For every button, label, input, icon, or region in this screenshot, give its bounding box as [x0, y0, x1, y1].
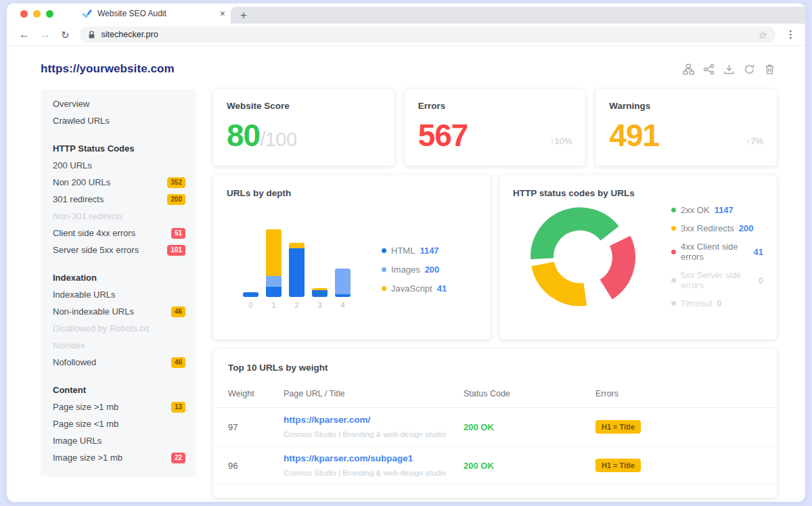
- sidebar-item-image-size-gt1mb[interactable]: Image size >1 mb22: [53, 449, 185, 466]
- sidebar-item-label: Nofollowed: [53, 357, 96, 367]
- sidebar-item-label: Indexable URLs: [53, 290, 116, 300]
- table-title: Top 10 URLs by weight: [213, 363, 777, 373]
- count-badge: 101: [167, 245, 185, 256]
- http-status-codes-card: HTTP status codes by URLs 2xx OK 1147: [499, 175, 777, 340]
- download-icon[interactable]: [723, 64, 735, 75]
- legend-label: 4xx Client side errors: [681, 242, 749, 262]
- sidebar-item-label: Page size <1 mb: [53, 419, 118, 429]
- weight-cell: 96: [228, 461, 284, 471]
- errors-value: 567: [418, 121, 468, 151]
- sidebar-item-label: Client side 4xx errors: [53, 228, 135, 238]
- legend-label: HTML: [391, 246, 415, 256]
- new-tab-button[interactable]: +: [240, 9, 247, 21]
- bar-x-label: 2: [294, 301, 298, 309]
- legend-item-5xx: 5xx Server side errors 0: [671, 270, 763, 290]
- sidebar-item-label: 301 redirects: [53, 194, 104, 204]
- share-icon[interactable]: [703, 64, 715, 75]
- legend-value: 1147: [715, 205, 734, 215]
- warnings-delta: ↑7%: [746, 136, 763, 151]
- bar-segment-images: [266, 276, 281, 287]
- count-badge: 352: [167, 177, 185, 188]
- count-badge: 46: [171, 306, 185, 317]
- sidebar-item-page-size-gt1mb[interactable]: Page size >1 mb13: [53, 398, 185, 415]
- bar-stack: [289, 243, 304, 297]
- error-badge: H1 = Title: [595, 459, 641, 472]
- sidebar-section-content: Content: [53, 382, 185, 398]
- website-score-value: 80: [227, 121, 260, 151]
- donut-segment-4xx: [606, 241, 624, 290]
- sidebar-item-non-301-redirects: Non-301 redirects: [53, 208, 185, 225]
- audited-site-url: https://yourwebsite.com: [41, 62, 175, 76]
- legend-label: JavaScript: [391, 283, 432, 294]
- page-url-link[interactable]: https://kparser.com/subpage1: [284, 453, 464, 463]
- back-button[interactable]: ←: [19, 29, 30, 40]
- sidebar-item-overview[interactable]: Overview: [53, 95, 185, 112]
- errors-cell: H1 = Title: [595, 420, 762, 434]
- legend-dot: [382, 267, 386, 272]
- bar-chart-legend: HTML 1147 Images 200: [382, 246, 447, 294]
- browser-menu-icon[interactable]: ⋮: [786, 28, 796, 41]
- bar-segment-javascript: [289, 243, 304, 248]
- desktop-background: Website SEO Audit × + ← → ↻ sitechecker.…: [0, 0, 812, 506]
- count-badge: 46: [171, 357, 185, 368]
- bar-depth-4: 4: [335, 269, 351, 309]
- sidebar-item-nofollowed[interactable]: Nofollowed46: [53, 354, 185, 371]
- zoom-window-button[interactable]: [46, 10, 53, 18]
- close-window-button[interactable]: [20, 10, 28, 18]
- bar-segment-html: [335, 294, 351, 297]
- sidebar-item-non-200-urls[interactable]: Non 200 URLs352: [53, 174, 185, 191]
- error-badge: H1 = Title: [595, 420, 641, 434]
- refresh-icon[interactable]: [744, 64, 755, 75]
- sidebar-item-non-indexable-urls[interactable]: Non-indexable URLs46: [53, 303, 185, 320]
- tab-close-icon[interactable]: ×: [219, 9, 227, 18]
- legend-label: Timeout: [681, 298, 712, 308]
- address-bar[interactable]: sitechecker.pro ☆: [80, 26, 775, 43]
- sidebar-item-label: Server side 5xx errors: [53, 245, 139, 255]
- card-title: Warnings: [609, 101, 763, 111]
- legend-dot: [671, 226, 676, 231]
- legend-item-4xx: 4xx Client side errors 41: [671, 242, 763, 262]
- page-url-link[interactable]: https://kparser.com/: [284, 415, 464, 425]
- bar-x-label: 3: [317, 301, 321, 309]
- minimize-window-button[interactable]: [33, 10, 41, 18]
- donut-segment-3xx: [543, 264, 585, 294]
- bar-stack: [312, 288, 328, 297]
- report-sidebar: Overview Crawled URLs HTTP Status Codes …: [41, 89, 196, 477]
- legend-item-html: HTML 1147: [382, 246, 447, 256]
- sidebar-item-301-redirects[interactable]: 301 redirects200: [53, 191, 185, 208]
- reload-button[interactable]: ↻: [61, 30, 70, 40]
- forward-button[interactable]: →: [40, 29, 51, 40]
- browser-toolbar: ← → ↻ sitechecker.pro ☆ ⋮: [7, 24, 805, 46]
- errors-cell: H1 = Title: [595, 459, 762, 472]
- bar-stack: [335, 269, 351, 297]
- trash-icon[interactable]: [764, 64, 775, 75]
- bookmark-star-icon[interactable]: ☆: [759, 30, 767, 40]
- bar-depth-0: 0: [243, 292, 258, 309]
- website-score-card: Website Score 80 /100: [213, 89, 394, 166]
- count-badge: 22: [171, 453, 185, 463]
- page-header: https://yourwebsite.com: [7, 46, 805, 76]
- page-title-text: Cosmos Studio | Branding & web-design st…: [284, 430, 446, 438]
- bar-depth-1: 1: [266, 229, 281, 309]
- url-text: sitechecker.pro: [102, 30, 158, 39]
- sidebar-item-label: Image URLs: [53, 436, 102, 446]
- window-controls: [7, 3, 53, 24]
- sitemap-icon[interactable]: [683, 64, 694, 75]
- count-badge: 13: [171, 402, 185, 413]
- card-title: Website Score: [227, 101, 381, 111]
- bar-segment-images: [335, 269, 351, 294]
- browser-window: Website SEO Audit × + ← → ↻ sitechecker.…: [7, 3, 805, 502]
- sidebar-item-page-size-lt1mb[interactable]: Page size <1 mb: [53, 415, 185, 432]
- sidebar-item-server-5xx-errors[interactable]: Server side 5xx errors101: [53, 242, 185, 258]
- sidebar-item-image-urls[interactable]: Image URLs: [53, 432, 185, 449]
- browser-tab[interactable]: Website SEO Audit ×: [78, 3, 231, 24]
- bar-x-label: 4: [340, 301, 344, 309]
- sidebar-section-http-status-codes: HTTP Status Codes: [53, 140, 185, 157]
- donut-chart: [522, 201, 644, 313]
- sidebar-item-client-4xx-errors[interactable]: Client side 4xx errors51: [53, 225, 185, 242]
- sidebar-item-indexable-urls[interactable]: Indexable URLs: [53, 286, 185, 303]
- status-code-cell: 200 OK: [464, 422, 595, 432]
- sidebar-item-crawled-urls[interactable]: Crawled URLs: [53, 112, 185, 129]
- warnings-card: Warnings 491 ↑7%: [595, 89, 777, 166]
- sidebar-item-200-urls[interactable]: 200 URLs: [53, 157, 185, 174]
